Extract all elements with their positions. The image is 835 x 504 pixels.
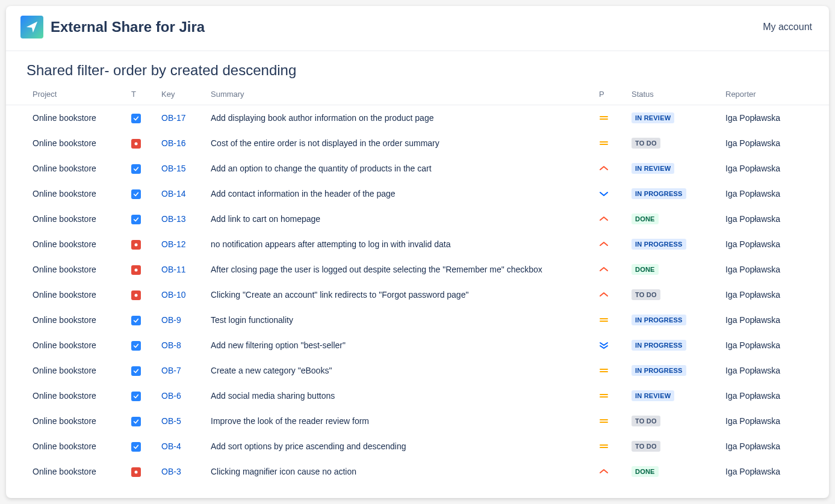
cell-summary: After closing page the user is logged ou… <box>206 257 594 282</box>
status-badge: TO DO <box>632 289 660 300</box>
cell-project: Online bookstore <box>6 383 126 408</box>
cell-key: OB-17 <box>157 105 206 131</box>
cell-key: OB-14 <box>157 181 206 206</box>
cell-reporter: Iga Popławska <box>721 358 829 383</box>
cell-priority <box>594 307 627 333</box>
cell-reporter: Iga Popławska <box>721 181 829 206</box>
table-row[interactable]: Online bookstoreOB-6Add social media sha… <box>6 383 829 408</box>
issue-key-link[interactable]: OB-14 <box>161 189 185 198</box>
issue-key-link[interactable]: OB-17 <box>161 113 185 123</box>
main-scroll[interactable]: External Share for Jira My account Share… <box>6 6 829 498</box>
status-badge: IN PROGRESS <box>632 188 686 199</box>
cell-summary: Add an option to change the quantity of … <box>206 156 594 181</box>
table-row[interactable]: Online bookstoreOB-17Add displaying book… <box>6 105 829 131</box>
col-header-status[interactable]: Status <box>627 84 721 105</box>
task-icon <box>131 164 141 174</box>
table-row[interactable]: Online bookstoreOB-11After closing page … <box>6 257 829 282</box>
cell-priority <box>594 358 627 383</box>
bug-icon <box>131 265 141 275</box>
cell-priority <box>594 333 627 358</box>
table-row[interactable]: Online bookstoreOB-12no notification app… <box>6 232 829 257</box>
cell-reporter: Iga Popławska <box>721 156 829 181</box>
table-row[interactable]: Online bookstoreOB-15Add an option to ch… <box>6 156 829 181</box>
table-row[interactable]: Online bookstoreOB-9Test login functiona… <box>6 307 829 333</box>
task-icon <box>131 366 141 376</box>
cell-type <box>126 434 157 459</box>
issue-key-link[interactable]: OB-12 <box>161 239 185 249</box>
issue-key-link[interactable]: OB-16 <box>161 138 185 148</box>
cell-type <box>126 206 157 232</box>
cell-reporter: Iga Popławska <box>721 206 829 232</box>
cell-reporter: Iga Popławska <box>721 131 829 156</box>
priority-high-icon <box>599 265 622 274</box>
table-row[interactable]: Online bookstoreOB-4Add sort options by … <box>6 434 829 459</box>
cell-status: IN PROGRESS <box>627 307 721 333</box>
cell-key: OB-7 <box>157 358 206 383</box>
cell-summary: Add displaying book author information o… <box>206 105 594 131</box>
cell-project: Online bookstore <box>6 105 126 131</box>
status-badge: TO DO <box>632 416 660 426</box>
col-header-priority[interactable]: P <box>594 84 627 105</box>
issue-key-link[interactable]: OB-5 <box>161 416 181 426</box>
svg-point-3 <box>135 293 138 297</box>
issue-key-link[interactable]: OB-13 <box>161 214 185 224</box>
cell-summary: no notification appears after attempting… <box>206 232 594 257</box>
col-header-key[interactable]: Key <box>157 84 206 105</box>
priority-high-icon <box>599 164 622 173</box>
issue-key-link[interactable]: OB-11 <box>161 265 185 274</box>
issue-key-link[interactable]: OB-7 <box>161 366 181 375</box>
col-header-project[interactable]: Project <box>6 84 126 105</box>
cell-status: TO DO <box>627 131 721 156</box>
table-row[interactable]: Online bookstoreOB-13Add link to cart on… <box>6 206 829 232</box>
table-row[interactable]: Online bookstoreOB-5Improve the look of … <box>6 408 829 434</box>
bug-icon <box>131 290 141 300</box>
cell-key: OB-15 <box>157 156 206 181</box>
cell-project: Online bookstore <box>6 206 126 232</box>
priority-medium-icon <box>599 138 622 148</box>
table-row[interactable]: Online bookstoreOB-14Add contact informa… <box>6 181 829 206</box>
cell-status: DONE <box>627 206 721 232</box>
col-header-type[interactable]: T <box>126 84 157 105</box>
issue-key-link[interactable]: OB-15 <box>161 164 185 173</box>
col-header-reporter[interactable]: Reporter <box>721 84 829 105</box>
table-row[interactable]: Online bookstoreOB-16Cost of the entire … <box>6 131 829 156</box>
priority-medium-icon <box>599 315 622 325</box>
table-row[interactable]: Online bookstoreOB-10Clicking "Create an… <box>6 282 829 307</box>
cell-status: TO DO <box>627 434 721 459</box>
issue-key-link[interactable]: OB-6 <box>161 391 181 401</box>
cell-summary: Improve the look of the reader review fo… <box>206 408 594 434</box>
cell-project: Online bookstore <box>6 257 126 282</box>
cell-project: Online bookstore <box>6 131 126 156</box>
cell-key: OB-5 <box>157 408 206 434</box>
task-icon <box>131 114 141 123</box>
issues-table: Project T Key Summary P Status Reporter … <box>6 84 829 484</box>
cell-reporter: Iga Popławska <box>721 232 829 257</box>
issue-key-link[interactable]: OB-9 <box>161 315 181 325</box>
issue-key-link[interactable]: OB-3 <box>161 467 181 476</box>
cell-summary: Add link to cart on homepage <box>206 206 594 232</box>
table-row[interactable]: Online bookstoreOB-3Clicking magnifier i… <box>6 459 829 484</box>
priority-medium-icon <box>599 391 622 401</box>
issue-key-link[interactable]: OB-10 <box>161 290 185 300</box>
cell-project: Online bookstore <box>6 232 126 257</box>
svg-point-2 <box>135 268 138 271</box>
status-badge: DONE <box>632 466 659 477</box>
page-title: Shared filter- order by created descendi… <box>6 51 829 84</box>
my-account-link[interactable]: My account <box>763 22 812 32</box>
cell-key: OB-11 <box>157 257 206 282</box>
priority-low-icon <box>599 189 622 198</box>
issue-key-link[interactable]: OB-8 <box>161 340 181 350</box>
brand: External Share for Jira <box>20 16 205 38</box>
cell-priority <box>594 282 627 307</box>
task-icon <box>131 215 141 224</box>
cell-key: OB-12 <box>157 232 206 257</box>
cell-key: OB-13 <box>157 206 206 232</box>
table-row[interactable]: Online bookstoreOB-8Add new filtering op… <box>6 333 829 358</box>
col-header-summary[interactable]: Summary <box>206 84 594 105</box>
cell-summary: Cost of the entire order is not displaye… <box>206 131 594 156</box>
table-row[interactable]: Online bookstoreOB-7Create a new categor… <box>6 358 829 383</box>
cell-project: Online bookstore <box>6 307 126 333</box>
issue-key-link[interactable]: OB-4 <box>161 441 181 451</box>
cell-type <box>126 232 157 257</box>
status-badge: IN PROGRESS <box>632 340 686 351</box>
